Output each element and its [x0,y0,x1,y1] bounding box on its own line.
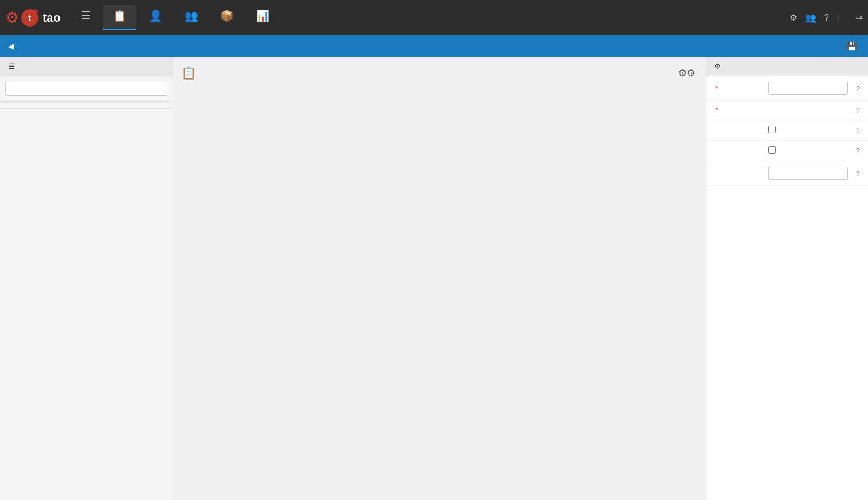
fixed-help[interactable]: ? [856,147,860,155]
page-header: 📋 ⚙⚙ [181,65,698,81]
logo-icon: ⚙ [5,10,19,25]
tests-nav-icon: 📋 [113,9,127,22]
save-button[interactable]: 💾 [846,41,860,51]
nav-items[interactable]: ☰ [71,5,101,30]
identifier-required: * [715,84,718,93]
content-area: 📋 ⚙⚙ [173,57,706,500]
reference-help[interactable]: ? [856,106,860,114]
required-checkbox[interactable] [768,126,776,133]
properties-header: ⚙ [706,57,868,76]
svg-text:t: t [28,14,31,23]
groups-nav-icon: 👥 [185,9,198,22]
page-title: 📋 [181,66,201,80]
page-settings-button[interactable]: ⚙⚙ [676,65,698,81]
required-row: ? [706,120,868,141]
reference-label: * [714,106,763,114]
required-help[interactable]: ? [856,126,860,134]
fixed-value-container [768,146,848,155]
manage-tests-button[interactable]: ◀ [8,42,16,50]
logo-image: t [19,7,41,29]
results-nav-icon: 📊 [256,9,269,22]
identifier-input[interactable] [768,82,848,95]
categories-input[interactable] [768,167,848,180]
users-icon[interactable]: 👥 [805,12,816,23]
nav-test-takers[interactable]: 👤 [139,5,172,30]
sidebar-header: ☰ [0,57,173,76]
categories-value-container [768,167,848,180]
top-navigation: ⚙ t tao ☰ 📋 👤 👥 📦 📊 ⚙ 👥 ? | ⇒ [0,0,868,35]
deliveries-nav-icon: 📦 [220,9,234,22]
main-area: ☰ 📋 ⚙⚙ ⚙ * [0,57,868,500]
settings-icon[interactable]: ⚙ [790,12,797,23]
nav-results[interactable]: 📊 [246,5,279,30]
nav-tests[interactable]: 📋 [103,5,136,30]
reference-row: * ? [706,101,868,120]
back-icon: ◀ [8,42,14,50]
logout-icon[interactable]: ⇒ [856,12,863,23]
separator: | [837,13,839,23]
filter-input[interactable] [5,82,167,96]
nav-groups[interactable]: 👥 [175,5,208,30]
test-takers-nav-icon: 👤 [149,9,162,22]
sidebar-icon: ☰ [8,62,15,70]
fixed-row: ? [706,141,868,161]
properties-icon: ⚙ [714,62,721,70]
sidebar-filter-container [0,76,173,102]
identifier-label: * [714,84,763,93]
page-title-icon: 📋 [181,66,196,80]
logo-text: tao [43,11,61,25]
top-nav-right: ⚙ 👥 ? | ⇒ [790,12,863,23]
logo: ⚙ t tao [5,7,61,29]
sidebar: ☰ [0,57,173,500]
identifier-row: * ? [706,76,868,101]
categories-help[interactable]: ? [856,169,860,177]
items-nav-icon: ☰ [81,9,91,22]
nav-deliveries[interactable]: 📦 [211,5,244,30]
save-icon: 💾 [846,41,857,51]
reference-required: * [715,106,718,114]
help-icon[interactable]: ? [824,13,829,23]
fixed-checkbox[interactable] [768,146,776,154]
identifier-help[interactable]: ? [856,84,860,93]
sidebar-list [0,109,173,500]
sub-header: ◀ 💾 [0,35,868,57]
identifier-value-container [768,82,848,95]
properties-panel: ⚙ * ? * ? [706,57,868,500]
required-value-container [768,126,848,135]
categories-row: ? [706,161,868,186]
sidebar-hint [0,102,173,109]
